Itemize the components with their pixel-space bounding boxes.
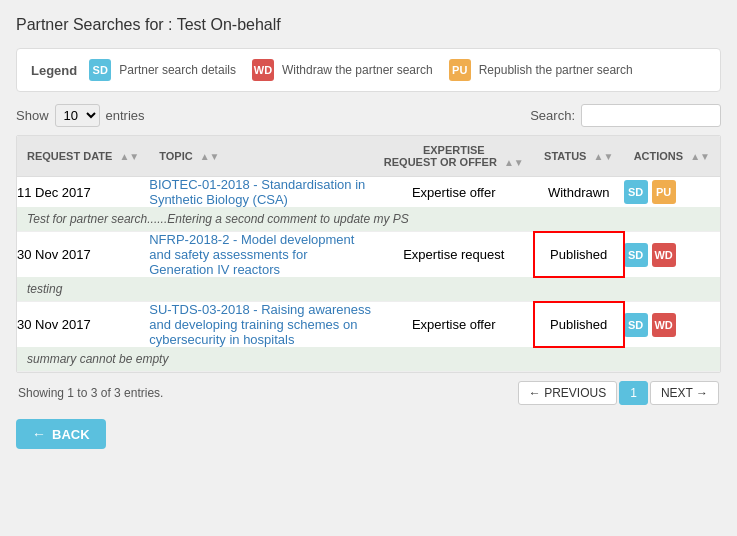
- topic-link[interactable]: SU-TDS-03-2018 - Raising awareness and d…: [149, 302, 371, 347]
- legend-pu-text: Republish the partner search: [479, 63, 633, 77]
- comment-text: testing: [17, 277, 720, 302]
- back-arrow-icon: ←: [32, 426, 46, 442]
- cell-actions: SDWD: [624, 302, 720, 348]
- col-header-date[interactable]: REQUEST DATE ▲▼: [17, 136, 149, 177]
- cell-expertise: Expertise request: [374, 232, 534, 278]
- action-btn-sd[interactable]: SD: [624, 313, 648, 337]
- badge-wd: WD: [252, 59, 274, 81]
- col-header-status[interactable]: STATUS ▲▼: [534, 136, 624, 177]
- col-header-topic[interactable]: TOPIC ▲▼: [149, 136, 374, 177]
- action-btn-sd[interactable]: SD: [624, 180, 648, 204]
- col-header-actions[interactable]: ACTIONS ▲▼: [624, 136, 720, 177]
- action-btn-sd[interactable]: SD: [624, 243, 648, 267]
- sort-icon-date: ▲▼: [119, 151, 139, 162]
- sort-icon-status: ▲▼: [593, 151, 613, 162]
- table-wrapper: REQUEST DATE ▲▼ TOPIC ▲▼ EXPERTISEREQUES…: [16, 135, 721, 373]
- sort-icon-topic: ▲▼: [200, 151, 220, 162]
- action-btn-wd[interactable]: WD: [652, 313, 676, 337]
- page-1-button[interactable]: 1: [619, 381, 648, 405]
- action-btn-wd[interactable]: WD: [652, 243, 676, 267]
- prev-button[interactable]: ← PREVIOUS: [518, 381, 617, 405]
- cell-date: 11 Dec 2017: [17, 177, 149, 208]
- pagination: ← PREVIOUS 1 NEXT →: [518, 381, 719, 405]
- cell-topic: NFRP-2018-2 - Model development and safe…: [149, 232, 374, 278]
- cell-expertise: Expertise offer: [374, 302, 534, 348]
- cell-topic: BIOTEC-01-2018 - Standardisation in Synt…: [149, 177, 374, 208]
- legend-label: Legend: [31, 63, 77, 78]
- data-table: REQUEST DATE ▲▼ TOPIC ▲▼ EXPERTISEREQUES…: [17, 136, 720, 372]
- entries-label: entries: [106, 108, 145, 123]
- col-header-expertise[interactable]: EXPERTISEREQUEST OR OFFER ▲▼: [374, 136, 534, 177]
- cell-date: 30 Nov 2017: [17, 232, 149, 278]
- sort-icon-expertise: ▲▼: [504, 157, 524, 168]
- cell-status: Withdrawn: [534, 177, 624, 208]
- controls-row: Show 10 25 50 entries Search:: [16, 104, 721, 127]
- back-button[interactable]: ← BACK: [16, 419, 106, 449]
- show-label: Show: [16, 108, 49, 123]
- topic-link[interactable]: BIOTEC-01-2018 - Standardisation in Synt…: [149, 177, 365, 207]
- comment-row: testing: [17, 277, 720, 302]
- table-header-row: REQUEST DATE ▲▼ TOPIC ▲▼ EXPERTISEREQUES…: [17, 136, 720, 177]
- search-input[interactable]: [581, 104, 721, 127]
- comment-text: summary cannot be empty: [17, 347, 720, 372]
- cell-topic: SU-TDS-03-2018 - Raising awareness and d…: [149, 302, 374, 348]
- legend-wd-text: Withdraw the partner search: [282, 63, 433, 77]
- cell-status: Published: [534, 232, 624, 278]
- badge-sd: SD: [89, 59, 111, 81]
- comment-text: Test for partner search......Entering a …: [17, 207, 720, 232]
- action-btn-pu[interactable]: PU: [652, 180, 676, 204]
- page-title: Partner Searches for : Test On-behalf: [16, 16, 721, 34]
- footer-row: Showing 1 to 3 of 3 entries. ← PREVIOUS …: [16, 381, 721, 405]
- cell-status: Published: [534, 302, 624, 348]
- back-label: BACK: [52, 427, 90, 442]
- badge-pu: PU: [449, 59, 471, 81]
- table-row: 30 Nov 2017NFRP-2018-2 - Model developme…: [17, 232, 720, 278]
- search-box: Search:: [530, 104, 721, 127]
- legend-sd-text: Partner search details: [119, 63, 236, 77]
- comment-row: summary cannot be empty: [17, 347, 720, 372]
- cell-date: 30 Nov 2017: [17, 302, 149, 348]
- legend-box: Legend SD Partner search details WD With…: [16, 48, 721, 92]
- cell-actions: SDPU: [624, 177, 720, 208]
- cell-actions: SDWD: [624, 232, 720, 278]
- entries-select[interactable]: 10 25 50: [55, 104, 100, 127]
- sort-icon-actions: ▲▼: [690, 151, 710, 162]
- table-row: 30 Nov 2017SU-TDS-03-2018 - Raising awar…: [17, 302, 720, 348]
- topic-link[interactable]: NFRP-2018-2 - Model development and safe…: [149, 232, 354, 277]
- comment-row: Test for partner search......Entering a …: [17, 207, 720, 232]
- cell-expertise: Expertise offer: [374, 177, 534, 208]
- table-row: 11 Dec 2017BIOTEC-01-2018 - Standardisat…: [17, 177, 720, 208]
- showing-text: Showing 1 to 3 of 3 entries.: [18, 386, 163, 400]
- show-entries: Show 10 25 50 entries: [16, 104, 145, 127]
- next-button[interactable]: NEXT →: [650, 381, 719, 405]
- search-label: Search:: [530, 108, 575, 123]
